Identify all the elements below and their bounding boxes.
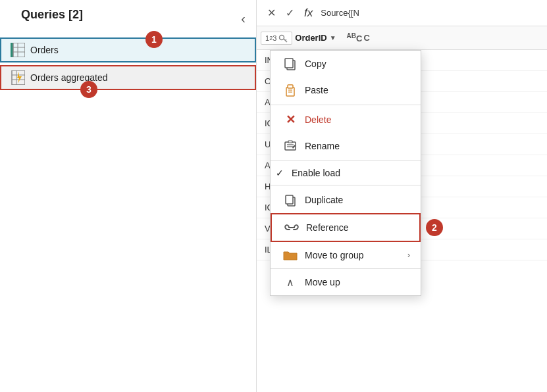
- svg-rect-20: [288, 141, 292, 143]
- enable-load-check: ✓: [276, 168, 289, 178]
- context-menu: Copy Paste ✕ Delete: [270, 50, 421, 296]
- menu-item-rename[interactable]: Rename: [271, 133, 421, 159]
- move-up-icon: ∧: [281, 274, 300, 290]
- formula-fx-label: fx: [304, 7, 313, 20]
- sidebar-item-orders[interactable]: Orders 1: [0, 37, 256, 62]
- badge-3: 3: [80, 81, 97, 98]
- orders-label: Orders: [30, 45, 59, 55]
- delete-label: Delete: [305, 114, 410, 125]
- badge-2: 2: [426, 219, 443, 236]
- main-area: ✕ ✓ fx Source{[N 1 2 3 OrderID ▼ ABC C: [257, 0, 547, 392]
- menu-item-copy[interactable]: Copy: [271, 51, 421, 77]
- key-icon: [278, 34, 288, 43]
- copy-label: Copy: [305, 59, 410, 69]
- col-headers-row: 1 2 3 OrderID ▼ ABC C: [257, 26, 547, 50]
- col-header-abc: ABC: [347, 32, 363, 43]
- menu-item-delete[interactable]: ✕ Delete: [271, 107, 421, 133]
- reference-icon: [282, 220, 301, 235]
- svg-rect-25: [286, 195, 293, 204]
- col-dropdown-icon[interactable]: ▼: [330, 34, 336, 41]
- rename-label: Rename: [305, 141, 410, 151]
- svg-rect-14: [285, 59, 293, 68]
- menu-divider-1: [271, 105, 421, 105]
- formula-bar: ✕ ✓ fx Source{[N: [257, 0, 547, 26]
- formula-accept-button[interactable]: ✓: [280, 4, 299, 22]
- table-lightning-icon: [11, 70, 25, 85]
- menu-item-duplicate[interactable]: Duplicate: [271, 187, 421, 213]
- move-to-group-label: Move to group: [305, 250, 407, 260]
- enable-load-label: Enable load: [292, 168, 410, 178]
- duplicate-icon: [281, 192, 300, 208]
- menu-item-move-to-group[interactable]: Move to group ›: [271, 242, 421, 268]
- reference-label: Reference: [306, 222, 409, 233]
- sidebar-item-orders-aggregated[interactable]: Orders aggregated 3: [0, 65, 256, 90]
- folder-icon: [281, 247, 300, 263]
- menu-item-enable-load[interactable]: ✓ Enable load: [271, 162, 421, 184]
- col-type-3: 3: [273, 34, 276, 42]
- svg-marker-9: [17, 72, 22, 84]
- sidebar-title: Queries [2]: [11, 8, 93, 30]
- rename-icon: [281, 138, 300, 154]
- orders-aggregated-label: Orders aggregated: [30, 72, 108, 83]
- badge-1: 1: [145, 31, 163, 48]
- menu-item-paste[interactable]: Paste: [271, 77, 421, 103]
- svg-line-12: [286, 39, 287, 41]
- col-c-label: C: [363, 33, 369, 43]
- formula-text: Source{[N: [318, 7, 542, 19]
- svg-rect-1: [13, 43, 25, 57]
- col-type-icon: 1 2 3: [261, 32, 292, 45]
- svg-rect-16: [288, 85, 293, 88]
- menu-divider-3: [271, 185, 421, 185]
- duplicate-label: Duplicate: [305, 195, 410, 205]
- paste-label: Paste: [305, 85, 410, 95]
- table-icon: [11, 43, 25, 57]
- menu-divider-2: [271, 160, 421, 161]
- col-header-orderid: OrderID ▼: [295, 33, 336, 43]
- paste-icon: [281, 82, 300, 98]
- sidebar: Queries [2] ‹ Orders 1 Orders aggregated…: [0, 0, 257, 392]
- copy-icon: [281, 56, 300, 72]
- menu-item-reference[interactable]: Reference 2: [271, 213, 421, 242]
- move-to-group-arrow: ›: [407, 251, 410, 260]
- formula-cancel-button[interactable]: ✕: [262, 4, 280, 22]
- sidebar-collapse-arrow[interactable]: ‹: [241, 11, 246, 26]
- svg-point-10: [280, 35, 284, 39]
- menu-item-move-up[interactable]: ∧ Move up: [271, 268, 421, 295]
- move-up-label: Move up: [305, 277, 410, 287]
- delete-icon: ✕: [281, 112, 300, 128]
